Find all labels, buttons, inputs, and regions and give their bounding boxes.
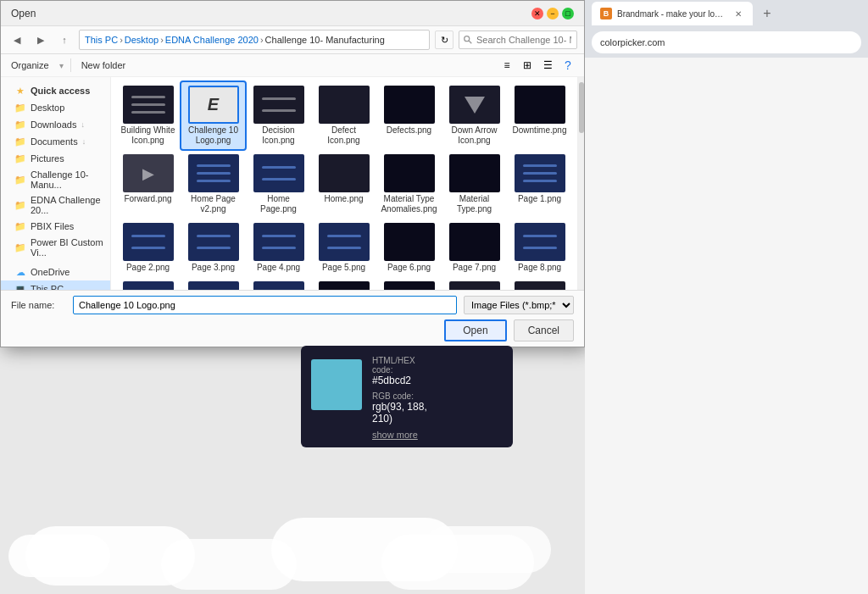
- filename-row: File name: Image Files (*.bmp;*.jpg;*.gi…: [11, 296, 574, 314]
- sidebar-item-pictures[interactable]: 📁 Pictures: [1, 150, 110, 167]
- new-folder-btn[interactable]: New folder: [78, 58, 130, 72]
- file-open-dialog: Open ✕ − □ ◀ ▶ ↑ This PC › Desktop › EDN…: [0, 0, 585, 347]
- file-item[interactable]: Material Type.png: [442, 151, 506, 218]
- file-item[interactable]: Page 8.png: [508, 219, 571, 276]
- file-item[interactable]: Page 9.png: [116, 278, 180, 290]
- sidebar-item-onedrive[interactable]: ☁ OneDrive: [1, 264, 110, 280]
- files-grid-area: Building White Icon.png E Challenge 10 L…: [111, 77, 577, 290]
- nav-back-btn[interactable]: ◀: [8, 31, 26, 49]
- file-item[interactable]: Plant...: [312, 278, 376, 290]
- html-hex-row: HTML/HEXcode: #5dbcd2: [372, 356, 503, 386]
- sidebar-item-downloads[interactable]: 📁 Downloads ↓: [1, 116, 110, 133]
- browser-window: B Brandmark - make your logo in... ✕ + C…: [585, 0, 868, 594]
- breadcrumb-edna[interactable]: EDNA Challenge 2020: [165, 35, 259, 45]
- sidebar-item-desktop[interactable]: 📁 Desktop: [1, 99, 110, 116]
- file-item[interactable]: Pachiner.png: [442, 278, 506, 290]
- file-item[interactable]: Page 11.png: [247, 278, 310, 290]
- folder-icon: 📁: [14, 199, 26, 211]
- filename-input[interactable]: [73, 296, 457, 314]
- dialog-minimize-btn[interactable]: −: [547, 8, 559, 19]
- new-tab-btn[interactable]: +: [756, 3, 778, 25]
- file-item[interactable]: Page 1.png: [508, 151, 571, 218]
- dialog-title: Open: [11, 8, 36, 19]
- file-item[interactable]: Defects.png: [377, 82, 441, 149]
- file-item[interactable]: Decision Icon.png: [247, 82, 310, 149]
- file-thumbnail: [319, 154, 370, 192]
- file-item[interactable]: Page 2.png: [116, 219, 180, 276]
- file-item[interactable]: Plants.png: [377, 278, 441, 290]
- file-item[interactable]: Home.png: [312, 151, 376, 218]
- sidebar-item-edna[interactable]: 📁 EDNA Challenge 20...: [1, 192, 110, 218]
- color-info: HTML/HEXcode: #5dbcd2 RGB code: rgb(93, …: [372, 356, 503, 437]
- dialog-action-buttons: Open Cancel: [11, 319, 574, 341]
- file-thumbnail: [123, 86, 174, 124]
- organize-btn[interactable]: Organize: [8, 58, 53, 72]
- search-input[interactable]: [459, 31, 577, 49]
- dialog-maximize-btn[interactable]: □: [562, 8, 574, 19]
- clouds-area: [0, 501, 593, 594]
- file-item[interactable]: Page 3.png: [181, 219, 245, 276]
- file-item[interactable]: Down Arrow Icon.png: [442, 82, 506, 149]
- file-item[interactable]: Home Page.png: [247, 151, 310, 218]
- vertical-scrollbar[interactable]: [577, 77, 584, 290]
- file-item[interactable]: Page 5.png: [312, 219, 376, 276]
- file-name: Page 7.png: [453, 263, 496, 273]
- file-item[interactable]: Page 10.png: [181, 278, 245, 290]
- file-item[interactable]: Home Page v2.png: [181, 151, 245, 218]
- file-item[interactable]: ▶ Forward.png: [116, 151, 180, 218]
- view-details-btn[interactable]: ☰: [538, 57, 557, 74]
- breadcrumb-desktop[interactable]: Desktop: [125, 35, 159, 45]
- dialog-address-toolbar: ◀ ▶ ↑ This PC › Desktop › EDNA Challenge…: [1, 26, 584, 54]
- nav-forward-btn[interactable]: ▶: [31, 31, 50, 49]
- file-name: Home.png: [324, 194, 363, 204]
- sidebar-item-powerbi[interactable]: 📁 Power BI Custom Vi...: [1, 235, 110, 260]
- file-item[interactable]: Material Type Anomalies.png: [377, 151, 441, 218]
- view-list-btn[interactable]: ≡: [498, 57, 516, 74]
- file-thumbnail: [515, 281, 565, 290]
- browser-tab[interactable]: B Brandmark - make your logo in... ✕: [592, 2, 753, 25]
- file-item-selected[interactable]: E Challenge 10 Logo.png: [181, 82, 245, 149]
- file-item[interactable]: Defect Icon.png: [312, 82, 376, 149]
- view-help-btn[interactable]: ?: [559, 57, 577, 74]
- dialog-close-btn[interactable]: ✕: [531, 8, 543, 19]
- filetype-select[interactable]: Image Files (*.bmp;*.jpg;*.gif;*...: [464, 296, 574, 314]
- dialog-secondary-toolbar: Organize ▾ New folder ≡ ⊞ ☰ ?: [1, 54, 584, 77]
- nav-up-btn[interactable]: ↑: [55, 31, 74, 49]
- show-more-link[interactable]: show more: [372, 430, 503, 440]
- file-name: Building White Icon.png: [120, 125, 176, 146]
- file-thumbnail: [188, 281, 239, 290]
- sidebar-item-thispc[interactable]: 💻 This PC: [1, 280, 110, 290]
- file-name: Defect Icon.png: [315, 125, 372, 146]
- address-input[interactable]: [592, 31, 861, 53]
- file-thumbnail: [515, 86, 565, 124]
- file-item[interactable]: Page 7.png: [442, 219, 506, 276]
- dialog-sidebar: ★ Quick access 📁 Desktop 📁 Downloads ↓ 📁…: [1, 77, 111, 290]
- sidebar-section-quick-access: ★ Quick access: [1, 82, 110, 99]
- file-item[interactable]: Pacra.png: [508, 278, 571, 290]
- file-item[interactable]: Page 6.png: [377, 219, 441, 276]
- file-item[interactable]: Downtime.png: [508, 82, 571, 149]
- folder-icon: 📁: [14, 174, 26, 186]
- file-thumbnail: [384, 154, 435, 192]
- file-thumbnail: [253, 86, 304, 124]
- sidebar-item-pbix[interactable]: 📁 PBIX Files: [1, 218, 110, 235]
- refresh-btn[interactable]: ↻: [435, 31, 453, 49]
- file-thumbnail: [188, 223, 239, 261]
- sidebar-item-documents[interactable]: 📁 Documents ↓: [1, 133, 110, 150]
- file-thumbnail: [384, 281, 435, 290]
- open-button[interactable]: Open: [444, 319, 506, 341]
- file-thumbnail: [515, 154, 565, 192]
- cancel-button[interactable]: Cancel: [514, 319, 574, 341]
- file-name: Page 6.png: [387, 263, 431, 273]
- sidebar-item-challenge10[interactable]: 📁 Challenge 10- Manu...: [1, 167, 110, 192]
- file-name: Page 1.png: [518, 194, 561, 204]
- dialog-title-bar: Open ✕ − □: [1, 1, 584, 26]
- scrollbar-thumb[interactable]: [579, 82, 584, 133]
- file-item[interactable]: Page 4.png: [247, 219, 310, 276]
- folder-icon: 📁: [14, 102, 26, 114]
- breadcrumb-thispc[interactable]: This PC: [85, 35, 118, 45]
- file-name: Forward.png: [124, 194, 171, 204]
- file-item[interactable]: Building White Icon.png: [116, 82, 180, 149]
- tab-close-btn[interactable]: ✕: [732, 8, 744, 19]
- view-grid-btn[interactable]: ⊞: [518, 57, 537, 74]
